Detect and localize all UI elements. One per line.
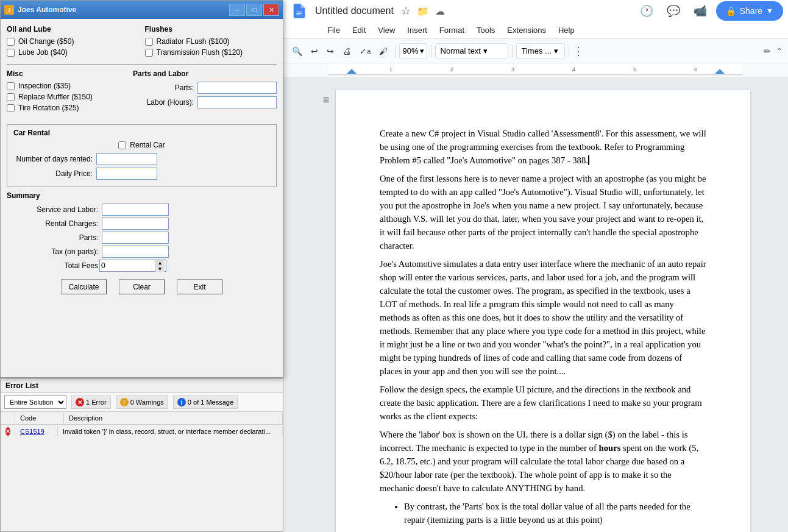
labor-input[interactable] — [197, 96, 277, 108]
rental-car-checkbox[interactable] — [118, 141, 126, 149]
gdocs-titlerow: Untitled document ☆ 📁 ☁ 🕐 💬 📹 🔒 Share ▼ — [283, 0, 788, 22]
rental-charges-row: Rental Charges: — [7, 218, 277, 230]
toolbar-divider-4 — [569, 45, 569, 57]
zoom-value: 90% — [402, 46, 418, 55]
search-toolbar-btn[interactable]: 🔍 — [288, 43, 306, 60]
rental-days-label: Number of days rented: — [13, 155, 93, 163]
oil-lube-label: Oil and Lube — [7, 25, 139, 34]
menu-extensions[interactable]: Extensions — [502, 23, 551, 37]
muffler-checkbox[interactable] — [7, 93, 15, 101]
maximize-button[interactable]: □ — [246, 4, 262, 16]
menu-help[interactable]: Help — [553, 23, 580, 37]
rental-days-input[interactable] — [96, 153, 157, 165]
rental-price-row: Daily Price: — [13, 168, 270, 180]
oil-lube-section: Oil and Lube Oil Change ($50) Lube Job (… — [7, 25, 139, 59]
error-scope-dropdown[interactable]: Entire Solution — [4, 395, 66, 409]
service-labor-label: Service and Labor: — [7, 205, 98, 214]
transmission-flush-item: Transmission Flush ($120) — [145, 48, 277, 57]
scroll-up[interactable]: ▲ — [155, 260, 165, 266]
tax-label: Tax (on parts): — [7, 247, 98, 256]
clear-button[interactable]: Clear — [119, 279, 165, 294]
gdocs-content-area[interactable]: ≡ Create a new C# project in Visual Stud… — [283, 78, 788, 532]
rental-charges-label: Rental Charges: — [7, 219, 98, 228]
history-button[interactable]: 🕐 — [636, 0, 658, 22]
tax-input[interactable] — [102, 246, 169, 258]
collapse-toolbar-icon[interactable]: ⌃ — [776, 46, 783, 56]
paragraph-2: One of the first lessons here is to neve… — [380, 172, 706, 252]
menu-edit[interactable]: Edit — [347, 23, 371, 37]
folder-icon[interactable]: 📁 — [417, 5, 429, 17]
calculate-button[interactable]: Calculate — [61, 279, 107, 294]
style-selector[interactable]: Normal text ▾ — [435, 43, 508, 59]
warning-count: 0 Warnings — [130, 399, 164, 406]
menu-format[interactable]: Format — [435, 23, 469, 37]
doc-with-sidebar: ≡ Create a new C# project in Visual Stud… — [316, 90, 755, 532]
inspection-item: Inspection ($35) — [7, 82, 127, 90]
total-fees-row: Total Fees 0 ▲ ▼ — [7, 260, 277, 272]
more-options-icon[interactable]: ⋮ — [573, 44, 584, 58]
close-button[interactable]: ✕ — [263, 4, 279, 16]
warning-badge[interactable]: ! 0 Warnings — [116, 395, 168, 409]
scroll-down[interactable]: ▼ — [155, 266, 165, 272]
minimize-button[interactable]: ─ — [229, 4, 245, 16]
form-buttons: Calculate Clear Exit — [7, 279, 277, 294]
undo-button[interactable]: ↩ — [307, 43, 322, 60]
info-count: 0 of 1 Message — [188, 399, 233, 406]
service-labor-input[interactable] — [102, 204, 169, 216]
paragraph-5: Where the 'labor' box is shown on the UI… — [380, 428, 706, 495]
print-button[interactable]: 🖨 — [339, 43, 355, 60]
zoom-selector[interactable]: 90% ▾ — [399, 43, 427, 59]
menu-view[interactable]: View — [373, 23, 400, 37]
paint-format-button[interactable]: 🖌 — [375, 43, 391, 60]
share-button[interactable]: 🔒 Share ▼ — [716, 1, 783, 21]
info-badge[interactable]: i 0 of 1 Message — [173, 395, 238, 409]
inspection-label: Inspection ($35) — [18, 82, 71, 90]
font-value: Times ... — [522, 46, 552, 55]
text-cursor — [588, 155, 589, 165]
tire-rotation-checkbox[interactable] — [7, 104, 15, 112]
radiator-flush-checkbox[interactable] — [145, 38, 153, 46]
error-row-description: Invalid token '}' in class, record, stru… — [58, 427, 283, 436]
gdocs-toolbar: 🔍 ↩ ↪ 🖨 ✓a 🖌 90% ▾ Normal text ▾ Times .… — [283, 39, 788, 63]
redo-button[interactable]: ↪ — [323, 43, 338, 60]
menu-insert[interactable]: Insert — [402, 23, 432, 37]
exit-button[interactable]: Exit — [177, 279, 222, 294]
gdocs-menurow: File Edit View Insert Format Tools Exten… — [283, 22, 788, 38]
lock-icon: 🔒 — [726, 6, 736, 16]
total-fees-value: 0 — [101, 261, 105, 270]
video-button[interactable]: 📹 — [689, 0, 711, 22]
transmission-flush-label: Transmission Flush ($120) — [157, 48, 243, 57]
left-sidebar: ≡ — [316, 90, 336, 532]
error-col-code: Code — [15, 413, 64, 423]
error-row-code[interactable]: CS1519 — [15, 427, 58, 436]
gdocs-doc-title[interactable]: Untitled document — [315, 5, 394, 16]
font-selector[interactable]: Times ... ▾ — [516, 43, 565, 59]
menu-file[interactable]: File — [322, 23, 345, 37]
svg-text:2: 2 — [450, 66, 453, 73]
doc-content: Create a new C# project in Visual Studio… — [380, 127, 706, 532]
star-icon[interactable]: ☆ — [401, 4, 411, 18]
oil-change-checkbox[interactable] — [7, 38, 15, 46]
rental-charges-input[interactable] — [102, 218, 169, 230]
parts-summary-label: Parts: — [7, 233, 98, 242]
svg-marker-9 — [715, 69, 725, 74]
titlebar: J Joes Automotive ─ □ ✕ — [1, 1, 283, 19]
parts-summary-input[interactable] — [102, 232, 169, 244]
oil-change-item: Oil Change ($50) — [7, 37, 139, 46]
spellcheck-button[interactable]: ✓a — [356, 43, 374, 60]
list-icon[interactable]: ≡ — [323, 94, 330, 107]
toolbar-divider-1 — [395, 45, 396, 57]
rental-price-input[interactable] — [96, 168, 157, 180]
paragraph-3: Joe's Automotive simulates a data entry … — [380, 257, 706, 378]
edit-pen-button[interactable]: ✏ — [760, 43, 775, 60]
comment-button[interactable]: 💬 — [662, 0, 684, 22]
cloud-icon[interactable]: ☁ — [435, 5, 445, 17]
total-fees-scrollbar[interactable]: 0 ▲ ▼ — [99, 260, 166, 272]
error-badge[interactable]: ✕ 1 Error — [71, 395, 111, 409]
parts-input[interactable] — [197, 82, 277, 94]
error-list-panel: Error List Entire Solution ✕ 1 Error ! 0… — [0, 378, 283, 532]
transmission-flush-checkbox[interactable] — [145, 49, 153, 57]
menu-tools[interactable]: Tools — [472, 23, 500, 37]
lube-job-checkbox[interactable] — [7, 49, 15, 57]
inspection-checkbox[interactable] — [7, 82, 15, 90]
